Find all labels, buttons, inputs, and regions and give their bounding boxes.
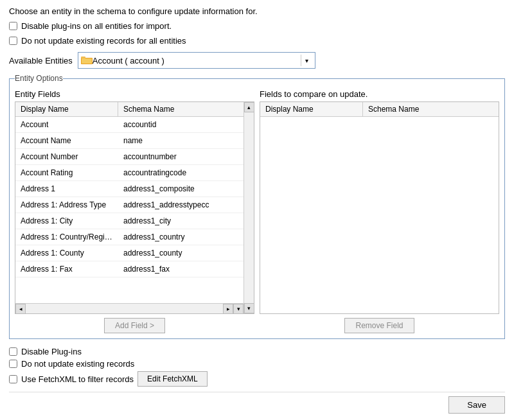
entity-fields-table: Display Name Schema Name Accountaccounti…	[15, 102, 244, 313]
entity-field-schema: name	[118, 133, 244, 148]
bottom-disable-plugins-label: Disable Plug-ins	[21, 347, 82, 356]
entity-field-schema: address1_addresstypecc	[118, 197, 244, 213]
vertical-scrollbar[interactable]: ▴ ▾	[244, 102, 254, 313]
scroll-right-arrow[interactable]: ▸	[223, 304, 233, 314]
table-row[interactable]: Address 1address1_composite	[15, 181, 244, 197]
table-row[interactable]: Address 1: Address Typeaddress1_addresst…	[15, 197, 244, 213]
save-button[interactable]: Save	[448, 396, 505, 414]
entity-options-group: Entity Options Entity Fields Display Nam…	[9, 74, 505, 339]
scroll-left-arrow[interactable]: ◂	[15, 304, 26, 314]
do-not-update-all-checkbox[interactable]	[9, 37, 17, 45]
bottom-do-not-update-checkbox[interactable]	[9, 360, 17, 368]
table-row[interactable]: Accountaccountid	[15, 117, 244, 133]
entity-field-schema: address1_county	[118, 245, 244, 261]
entity-dropdown-arrow[interactable]: ▾	[301, 55, 312, 66]
remove-field-btn-row: Remove Field	[260, 318, 499, 333]
entity-field-schema: address1_city	[118, 213, 244, 229]
entity-select-text: Account ( account )	[93, 56, 301, 66]
entity-fields-table-body[interactable]: AccountaccountidAccount NamenameAccount …	[15, 117, 244, 303]
table-row[interactable]: Address 1: Countyaddress1_county	[15, 245, 244, 261]
entity-field-display: Address 1: Country/Region	[15, 229, 118, 245]
svg-rect-3	[82, 58, 92, 64]
entity-field-schema: accountnumber	[118, 149, 244, 164]
compare-fields-label: Fields to compare on update.	[260, 89, 499, 99]
entity-field-schema: address1_fax	[118, 261, 244, 277]
scroll-down-v-arrow[interactable]: ▾	[244, 303, 254, 313]
entity-field-schema: accountid	[118, 117, 244, 132]
entity-folder-icon	[81, 55, 93, 66]
available-entities-row: Available Entities Account ( account ) ▾	[9, 52, 505, 69]
entity-field-display: Account Name	[15, 133, 118, 148]
add-field-button[interactable]: Add Field >	[104, 318, 165, 333]
entity-field-display: Address 1: City	[15, 213, 118, 229]
entity-options-legend: Entity Options	[15, 74, 63, 83]
entity-fields-col-display: Display Name	[15, 102, 118, 116]
entity-field-display: Account Rating	[15, 165, 118, 180]
save-row: Save	[9, 392, 505, 414]
table-row[interactable]: Account Numberaccountnumber	[15, 149, 244, 165]
scroll-thumb	[26, 304, 223, 313]
bottom-fetchxml-row: Use FetchXML to filter records Edit Fetc…	[9, 371, 505, 387]
bottom-fetchxml-checkbox[interactable]	[9, 375, 17, 383]
entity-fields-panel: Entity Fields Display Name Schema Name A…	[15, 89, 254, 333]
entity-fields-col-schema: Schema Name	[118, 102, 244, 116]
fields-section: Entity Fields Display Name Schema Name A…	[15, 89, 499, 333]
entity-field-display: Address 1: Fax	[15, 261, 118, 277]
compare-fields-table: Display Name Schema Name	[260, 102, 499, 313]
bottom-disable-plugins-checkbox[interactable]	[9, 347, 17, 356]
table-row[interactable]: Address 1: Faxaddress1_fax	[15, 261, 244, 277]
do-not-update-all-row: Do not update existing records for all e…	[9, 36, 505, 46]
scroll-up-arrow[interactable]: ▴	[244, 102, 254, 112]
entity-field-display: Address 1: Address Type	[15, 197, 118, 213]
disable-plugins-all-row: Disable plug-ins on all entities for imp…	[9, 21, 505, 31]
available-entities-label: Available Entities	[9, 56, 73, 66]
entity-field-display: Address 1: County	[15, 245, 118, 261]
entity-field-schema: accountratingcode	[118, 165, 244, 180]
edit-fetchxml-button[interactable]: Edit FetchXML	[137, 371, 208, 387]
compare-table-header: Display Name Schema Name	[260, 102, 499, 117]
table-row[interactable]: Address 1: Cityaddress1_city	[15, 213, 244, 229]
add-field-btn-row: Add Field >	[15, 318, 254, 333]
disable-plugins-all-label: Disable plug-ins on all entities for imp…	[21, 21, 172, 31]
scroll-down-arrow[interactable]: ▾	[233, 304, 244, 314]
compare-fields-panel: Fields to compare on update. Display Nam…	[260, 89, 499, 333]
entity-fields-label: Entity Fields	[15, 89, 254, 99]
do-not-update-all-label: Do not update existing records for all e…	[21, 36, 186, 46]
entity-fields-hscroll[interactable]: ◂ ▸ ▾	[15, 303, 244, 313]
compare-col-display: Display Name	[260, 102, 363, 116]
table-row[interactable]: Account Ratingaccountratingcode	[15, 165, 244, 181]
entity-field-schema: address1_composite	[118, 181, 244, 197]
svg-rect-2	[81, 57, 85, 58]
bottom-do-not-update-label: Do not update existing records	[21, 359, 134, 369]
bottom-do-not-update-row: Do not update existing records	[9, 359, 505, 369]
entity-field-display: Account Number	[15, 149, 118, 164]
bottom-checkboxes: Disable Plug-ins Do not update existing …	[9, 344, 505, 387]
compare-col-schema: Schema Name	[363, 102, 499, 116]
table-row[interactable]: Address 1: Country/Regionaddress1_countr…	[15, 229, 244, 245]
entity-fields-table-header: Display Name Schema Name	[15, 102, 244, 117]
entity-field-display: Account	[15, 117, 118, 132]
bottom-fetchxml-label: Use FetchXML to filter records	[21, 374, 134, 384]
bottom-disable-plugins-row: Disable Plug-ins	[9, 347, 505, 356]
entity-select-wrapper[interactable]: Account ( account ) ▾	[78, 52, 315, 69]
instruction-text: Choose an entity in the schema to config…	[9, 6, 505, 16]
remove-field-button[interactable]: Remove Field	[344, 318, 414, 333]
main-container: Choose an entity in the schema to config…	[0, 0, 514, 420]
compare-table-body	[260, 117, 499, 313]
entity-field-display: Address 1	[15, 181, 118, 197]
table-row[interactable]: Account Namename	[15, 133, 244, 149]
disable-plugins-all-checkbox[interactable]	[9, 22, 17, 30]
entity-field-schema: address1_country	[118, 229, 244, 245]
